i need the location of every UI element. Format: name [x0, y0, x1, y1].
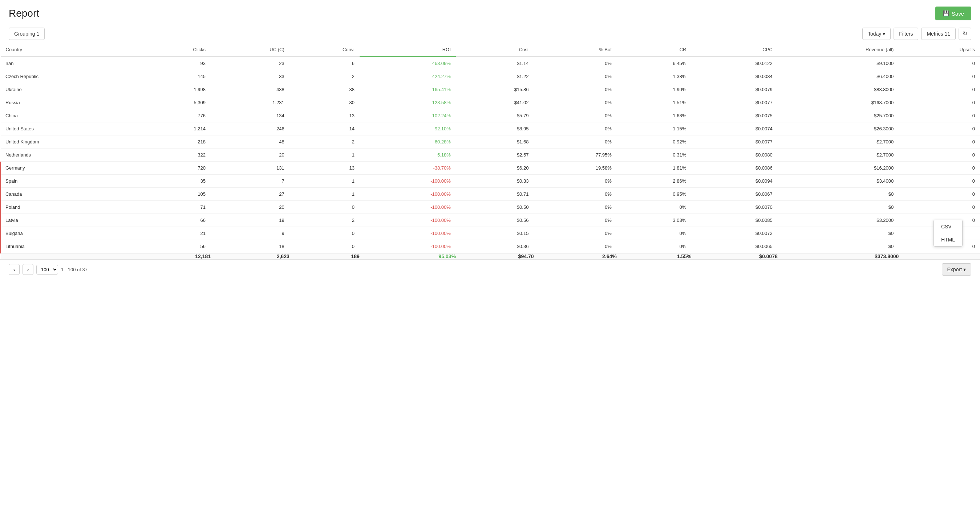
cell-cpc: $0.0065: [691, 240, 778, 253]
cell-pct_bot: 77.95%: [534, 148, 616, 162]
cell-revenue_all: $6.4000: [778, 70, 899, 83]
cell-conv: 1: [290, 175, 360, 188]
table-row: Spain3571-100.00%$0.330%2.86%$0.0094$3.4…: [1, 175, 980, 188]
cell-uc_c: 27: [211, 188, 290, 201]
cell-revenue_all: $9.1000: [778, 57, 899, 70]
col-header-clicks[interactable]: Clicks: [139, 43, 211, 57]
cell-country: Poland: [1, 201, 139, 214]
cell-revenue_all: $0: [778, 188, 899, 201]
cell-revenue_all: $16.2000: [778, 162, 899, 175]
cell-clicks: 776: [139, 109, 211, 122]
export-csv-option[interactable]: CSV: [934, 220, 962, 233]
cell-clicks: 71: [139, 201, 211, 214]
col-header-revenue_all[interactable]: Revenue (all): [778, 43, 899, 57]
cell-cost: $15.86: [456, 83, 534, 96]
cell-pct_bot: 0%: [534, 240, 616, 253]
col-header-cost[interactable]: Cost: [456, 43, 534, 57]
cell-conv: 1: [290, 148, 360, 162]
cell-conv: 14: [290, 122, 360, 135]
cell-revenue_all: $2.7000: [778, 135, 899, 148]
cell-pct_bot: 0%: [534, 201, 616, 214]
today-button[interactable]: Today ▾: [862, 28, 891, 40]
table-row: Germany72013113-38.70%$6.2019.58%1.81%$0…: [1, 162, 980, 175]
cell-clicks: 1,214: [139, 122, 211, 135]
cell-country: China: [1, 109, 139, 122]
cell-conv: 2: [290, 135, 360, 148]
cell-cpc: $0.0074: [691, 122, 778, 135]
cell-roi: 102.24%: [360, 109, 456, 122]
cell-revenue_all: $25.7000: [778, 109, 899, 122]
table-row: China77613413102.24%$5.790%1.68%$0.0075$…: [1, 109, 980, 122]
cell-upsells: 0: [899, 70, 980, 83]
cell-roi: 5.18%: [360, 148, 456, 162]
footer-cell-pct_bot: 2.64%: [534, 253, 616, 259]
cell-roi: -38.70%: [360, 162, 456, 175]
col-header-upsells[interactable]: Upsells: [899, 43, 980, 57]
save-button[interactable]: 💾 Save: [935, 6, 971, 20]
cell-cr: 0%: [617, 227, 691, 240]
cell-pct_bot: 0%: [534, 214, 616, 227]
cell-cpc: $0.0086: [691, 162, 778, 175]
footer-cell-clicks: 12,181: [139, 253, 211, 259]
metrics-button[interactable]: Metrics 11: [921, 28, 956, 40]
cell-country: Latvia: [1, 214, 139, 227]
cell-cost: $0.15: [456, 227, 534, 240]
cell-cost: $8.95: [456, 122, 534, 135]
cell-cpc: $0.0077: [691, 96, 778, 109]
refresh-button[interactable]: ↻: [959, 28, 971, 40]
export-button[interactable]: Export ▾: [942, 263, 971, 276]
cell-clicks: 218: [139, 135, 211, 148]
cell-pct_bot: 0%: [534, 109, 616, 122]
cell-country: Iran: [1, 57, 139, 70]
cell-uc_c: 48: [211, 135, 290, 148]
cell-roi: -100.00%: [360, 227, 456, 240]
cell-pct_bot: 0%: [534, 70, 616, 83]
prev-page-button[interactable]: ‹: [9, 264, 20, 275]
cell-cpc: $0.0070: [691, 201, 778, 214]
table-row: Czech Republic145332424.27%$1.220%1.38%$…: [1, 70, 980, 83]
cell-upsells: 0: [899, 188, 980, 201]
col-header-cr[interactable]: CR: [617, 43, 691, 57]
cell-conv: 0: [290, 227, 360, 240]
cell-revenue_all: $83.8000: [778, 83, 899, 96]
cell-upsells: 0: [899, 109, 980, 122]
footer-cell-revenue_all: $373.8000: [778, 253, 899, 259]
col-header-uc_c[interactable]: UC (C): [211, 43, 290, 57]
table-row: Ukraine1,99843838165.41%$15.860%1.90%$0.…: [1, 83, 980, 96]
cell-clicks: 66: [139, 214, 211, 227]
cell-roi: 165.41%: [360, 83, 456, 96]
cell-roi: 60.28%: [360, 135, 456, 148]
export-html-option[interactable]: HTML: [934, 233, 962, 246]
cell-country: Spain: [1, 175, 139, 188]
cell-country: Canada: [1, 188, 139, 201]
cell-cost: $0.36: [456, 240, 534, 253]
cell-uc_c: 20: [211, 148, 290, 162]
cell-uc_c: 33: [211, 70, 290, 83]
cell-cr: 0.92%: [617, 135, 691, 148]
cell-roi: 123.58%: [360, 96, 456, 109]
col-header-country[interactable]: Country: [1, 43, 139, 57]
cell-cost: $2.57: [456, 148, 534, 162]
filters-button[interactable]: Filters: [894, 28, 918, 40]
table-row: Canada105271-100.00%$0.710%0.95%$0.0067$…: [1, 188, 980, 201]
cell-roi: 463.09%: [360, 57, 456, 70]
cell-cost: $1.22: [456, 70, 534, 83]
cell-cr: 0.95%: [617, 188, 691, 201]
per-page-select[interactable]: 102550100250: [36, 265, 58, 275]
cell-cpc: $0.0077: [691, 135, 778, 148]
footer-cell-country: [1, 253, 139, 259]
cell-cr: 3.03%: [617, 214, 691, 227]
page-title: Report: [9, 8, 39, 19]
col-header-cpc[interactable]: CPC: [691, 43, 778, 57]
col-header-pct_bot[interactable]: % Bot: [534, 43, 616, 57]
col-header-conv[interactable]: Conv.: [290, 43, 360, 57]
cell-pct_bot: 0%: [534, 175, 616, 188]
next-page-button[interactable]: ›: [22, 264, 33, 275]
cell-conv: 1: [290, 188, 360, 201]
cell-upsells: 0: [899, 57, 980, 70]
col-header-roi[interactable]: ROI: [360, 43, 456, 57]
footer-cell-upsells: [899, 253, 980, 259]
grouping-button[interactable]: Grouping 1: [9, 28, 45, 40]
footer-cell-conv: 189: [290, 253, 360, 259]
table-row: Netherlands3222015.18%$2.5777.95%0.31%$0…: [1, 148, 980, 162]
